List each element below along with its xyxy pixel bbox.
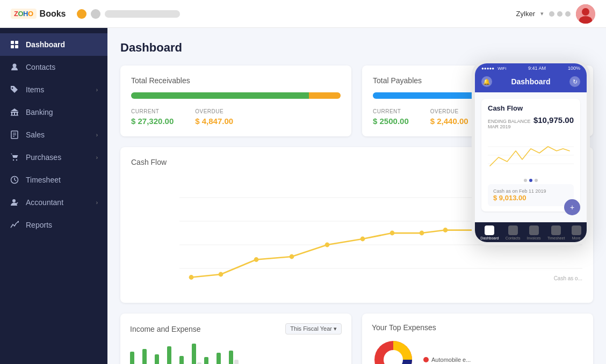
receivables-stats: CURRENT $ 27,320.00 OVERDUE $ 4,847.00 <box>131 108 341 126</box>
payables-overdue-label: OVERDUE <box>430 108 468 114</box>
svg-rect-5 <box>11 45 14 48</box>
phone-refresh-icon: ↻ <box>569 76 580 87</box>
svg-rect-11 <box>17 113 18 115</box>
sidebar-label-contacts: Contacts <box>26 63 55 71</box>
sidebar-item-contacts[interactable]: Contacts <box>0 56 107 78</box>
sidebar-item-items[interactable]: Items › <box>0 78 107 101</box>
legend-label-1: Automobile e... <box>431 356 471 363</box>
bar-group-5 <box>179 356 189 364</box>
phone-nav-timesheet[interactable]: Timesheet <box>547 225 565 240</box>
dot2 <box>557 11 562 17</box>
receivables-bar-gold <box>309 92 341 99</box>
svg-rect-10 <box>14 113 15 115</box>
fiscal-year-dropdown[interactable]: This Fiscal Year ▾ <box>285 323 342 334</box>
top-expenses-card: Your Top Expenses Automobile e... <box>362 314 593 364</box>
phone-nav-contacts[interactable]: Contacts <box>506 225 521 240</box>
phone-nav-more-icon <box>572 225 581 235</box>
bank-icon <box>10 107 19 117</box>
user-name: Zylker <box>516 10 535 18</box>
phone-nav-dashboard[interactable]: Dashboard <box>480 225 499 240</box>
receivables-current-value: $ 27,320.00 <box>131 117 174 126</box>
sidebar-item-purchases[interactable]: Purchases › <box>0 146 107 169</box>
phone-fab-button[interactable]: + <box>564 199 580 215</box>
sidebar-label-sales: Sales <box>26 130 45 139</box>
page-title: Dashboard <box>120 41 593 55</box>
svg-point-1 <box>582 8 589 16</box>
topbar: ZOHO Books Zylker ▾ <box>0 0 606 28</box>
svg-point-29 <box>189 275 194 280</box>
dot1 <box>549 11 554 17</box>
bottom-cards-row: Income and Expense This Fiscal Year ▾ <box>120 314 593 364</box>
user-chevron[interactable]: ▾ <box>540 10 544 17</box>
phone-nav-invoices[interactable]: Invoices <box>527 225 541 240</box>
sidebar-item-accountant[interactable]: Accountant › <box>0 191 107 214</box>
topbar-dot-yellow <box>77 9 86 19</box>
phone-cashflow-card: Cash Flow ENDING BALANCE Mar 2019 $10,97… <box>481 99 580 212</box>
avatar[interactable] <box>576 4 595 24</box>
bar-income-9 <box>229 351 233 364</box>
svg-point-35 <box>390 231 395 236</box>
income-expense-card: Income and Expense This Fiscal Year ▾ <box>120 314 351 364</box>
sidebar-label-dashboard: Dashboard <box>26 40 65 49</box>
svg-point-36 <box>420 231 424 236</box>
bar-group-4 <box>167 346 177 364</box>
svg-rect-13 <box>11 115 18 116</box>
svg-rect-8 <box>11 112 18 113</box>
phone-cash-value: $ 9,013.00 <box>493 194 568 202</box>
income-expense-header: Income and Expense This Fiscal Year ▾ <box>130 323 342 334</box>
bar-income-7 <box>204 357 208 364</box>
svg-line-22 <box>15 180 16 181</box>
chevron-right-icon-accountant: › <box>96 200 98 206</box>
sidebar-item-reports[interactable]: Reports <box>0 214 107 236</box>
sidebar-label-items: Items <box>26 85 44 94</box>
sidebar-label-timesheet: Timesheet <box>26 176 61 184</box>
phone-time: 9:41 AM <box>528 65 546 71</box>
phone-balance-row: ENDING BALANCE Mar 2019 $10,975.00 <box>488 115 574 129</box>
bar-expense-9 <box>234 360 239 364</box>
bar-group-1 <box>130 352 140 364</box>
receivables-current-label: CURRENT <box>131 108 174 114</box>
receivables-bar-green <box>131 92 309 99</box>
phone-nav-contacts-icon <box>508 225 518 235</box>
person-icon <box>10 62 19 72</box>
bar-income-2 <box>142 349 147 364</box>
bar-group-8 <box>217 353 226 364</box>
phone-status-bar: ●●●●● WiFi 9:41 AM 100% <box>475 63 587 73</box>
phone-nav-invoices-icon <box>529 225 539 235</box>
chart-icon <box>10 220 19 230</box>
svg-rect-9 <box>11 113 12 115</box>
receivables-progress <box>131 92 341 99</box>
topbar-actions <box>549 11 571 17</box>
top-expenses-chart: Automobile e... <box>372 338 583 364</box>
grid-icon <box>10 40 19 49</box>
user-check-icon <box>10 198 19 207</box>
svg-point-19 <box>16 159 17 161</box>
phone-nav-more[interactable]: More <box>572 225 581 240</box>
svg-point-31 <box>254 257 259 262</box>
svg-point-37 <box>443 228 448 232</box>
bar-income-3 <box>155 354 159 364</box>
receivables-current: CURRENT $ 27,320.00 <box>131 108 174 126</box>
dot-1 <box>524 179 527 182</box>
bar-income-1 <box>130 352 134 364</box>
dot3 <box>565 11 571 17</box>
svg-point-7 <box>13 64 17 68</box>
main-layout: Dashboard Contacts Items › Banking <box>0 28 606 364</box>
phone-cash-label: Cash as on Feb 11 2019 <box>493 188 568 194</box>
phone-notification-icon: 🔔 <box>481 76 492 87</box>
sidebar-item-banking[interactable]: Banking <box>0 101 107 123</box>
dot-3 <box>535 179 538 182</box>
phone-nav-invoices-label: Invoices <box>527 236 541 240</box>
sidebar-item-sales[interactable]: Sales › <box>0 123 107 146</box>
payables-overdue-value: $ 2,440.00 <box>430 117 468 126</box>
sidebar-item-timesheet[interactable]: Timesheet <box>0 169 107 191</box>
phone-balance-date: Mar 2019 <box>488 124 531 129</box>
svg-marker-12 <box>11 108 18 111</box>
total-receivables-card: Total Receivables CURRENT $ 27,320.00 OV… <box>120 65 351 136</box>
receivables-overdue-value: $ 4,847.00 <box>195 117 233 126</box>
cash-label-bottom: Cash as o... <box>554 275 582 281</box>
payables-overdue: OVERDUE $ 2,440.00 <box>430 108 468 126</box>
sidebar-item-dashboard[interactable]: Dashboard <box>0 33 107 56</box>
tag-icon <box>10 85 19 94</box>
svg-point-34 <box>360 237 365 242</box>
